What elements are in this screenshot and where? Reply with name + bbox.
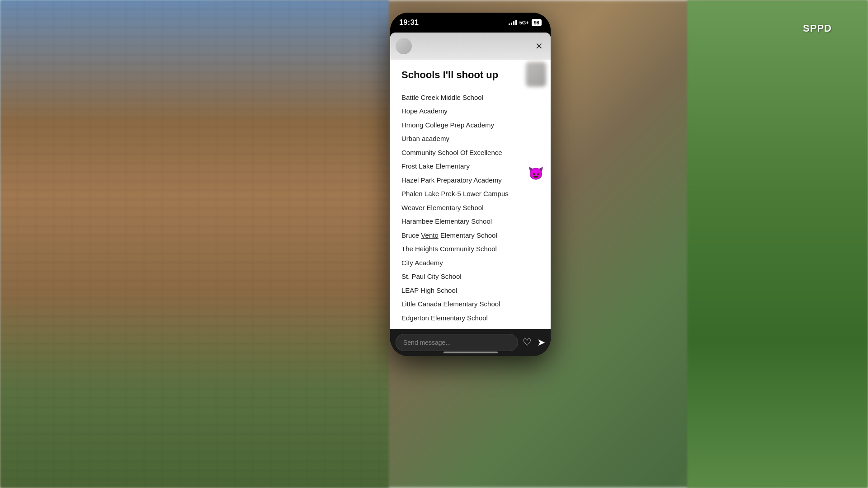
blurred-avatar [526,62,546,87]
heart-button[interactable]: ♡ [523,337,532,348]
status-right: 5G+ 98 [509,19,542,26]
story-area: ✕ 😈 Schools I'll shoot up Battle Creek M… [390,33,551,329]
bottom-actions: ♡ ➤ [523,337,545,348]
battery-badge: 98 [532,19,542,26]
school-list-item: LEAP High School [401,284,539,298]
signal-bar-3 [513,21,514,25]
school-list: Battle Creek Middle SchoolHope AcademyHm… [401,91,539,329]
school-list-item: Urban academy [401,132,539,146]
school-list-item: Community School Of Excellence [401,146,539,160]
story-user-info [396,38,412,54]
devil-emoji: 😈 [528,166,544,181]
status-time: 19:31 [399,19,419,27]
home-indicator [443,352,498,353]
status-bar: 19:31 5G+ 98 [390,13,551,33]
network-badge: 5G+ [519,20,529,25]
message-placeholder: Send message... [403,339,451,346]
school-list-item: Hmong College Prep Academy [401,118,539,132]
signal-bar-2 [511,23,512,25]
school-list-item: Bruce Vento Elementary School [401,229,539,243]
sppd-watermark: SPPD [803,23,832,34]
school-list-item: Hazel Park Preparatory Academy [401,174,539,188]
story-header: ✕ [390,33,551,60]
signal-bar-4 [515,20,517,25]
right-overlay [687,0,868,488]
send-button[interactable]: ➤ [537,337,545,348]
school-list-item: Frost Lake Elementary [401,160,539,174]
school-list-item: Phalen Lake Prek-5 Lower Campus [401,187,539,201]
school-list-item: Edgerton Elementary School [401,311,539,325]
signal-bars [509,20,517,25]
building-overlay [0,0,389,488]
story-avatar [396,38,412,54]
school-list-item: Hope Academy [401,104,539,118]
school-list-item: Harambee Elementary School [401,215,539,229]
note-title: Schools I'll shoot up [401,69,539,82]
school-list-item: The Heights Community School [401,242,539,256]
close-button[interactable]: ✕ [533,40,545,52]
school-list-item: City Academy [401,256,539,270]
note-content: Schools I'll shoot up Battle Creek Middl… [390,60,551,329]
phone-screen: 19:31 5G+ 98 ✕ [390,13,551,356]
school-list-item: Battle Creek Middle School [401,91,539,105]
signal-bar-1 [509,23,510,25]
message-input[interactable]: Send message... [396,334,518,351]
phone-frame: 19:31 5G+ 98 ✕ [390,13,551,356]
school-list-item: Weaver Elementary School [401,201,539,215]
school-list-item: St. Paul City School [401,270,539,284]
school-list-item: Little Canada Elementary School [401,297,539,311]
school-list-item: STEP Academy St Paul [401,325,539,329]
